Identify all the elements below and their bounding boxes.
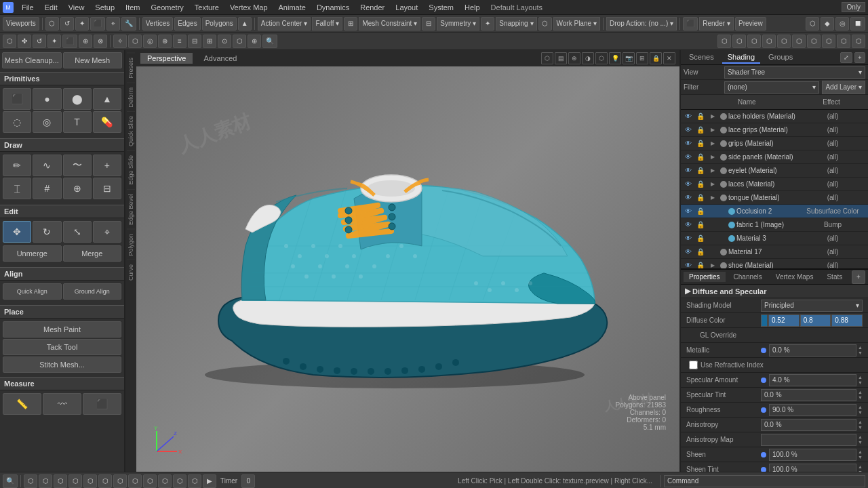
layer-item-2[interactable]: 👁🔒▶lace grips (Material)(all) [681,123,868,137]
work-plane-btn[interactable]: ⬡ [538,17,552,30]
prop-value-0[interactable]: 0.0 % [769,344,856,357]
lock-icon-4[interactable]: 🔒 [696,152,705,162]
prop-arrows-5[interactable]: ▲▼ [858,420,863,430]
symmetry-btn[interactable]: ⊟ [422,17,435,30]
ruler-tool[interactable]: 📏 [3,393,41,415]
prop-arrows-7[interactable]: ▲▼ [858,449,863,460]
tack-tool-btn[interactable]: Tack Tool [3,339,121,355]
sphere-tool[interactable]: ● [33,88,61,110]
arrow-icon-12[interactable]: ▶ [708,261,717,269]
eye-icon-10[interactable]: 👁 [684,234,693,243]
tb-extra-2[interactable]: ◆ [821,17,834,30]
edges-btn[interactable]: Edges [174,17,200,30]
filter-dropdown[interactable]: (none)▾ [724,81,819,94]
menu-animate[interactable]: Animate [273,2,311,13]
viewport-canvas[interactable]: 人人素材 人人素材 [136,66,679,472]
layer-item-11[interactable]: 👁🔒 Material 17(all) [681,245,868,259]
tb2-right-3[interactable]: ⬡ [747,35,761,48]
tb2-right-8[interactable]: ⬡ [822,35,835,48]
layer-item-5[interactable]: 👁🔒▶eyelet (Material)(all) [681,164,868,178]
layer-item-1[interactable]: 👁🔒▶lace holders (Material)(all) [681,110,868,123]
arrow-icon-3[interactable]: ▶ [708,139,717,148]
layer-item-8[interactable]: 👁🔒 Occlusion 2Subsurface Color [681,205,868,218]
vp-btn-wire[interactable]: ⬡ [595,52,608,64]
prop-value-7[interactable]: 100.0 % [769,449,856,461]
tab-scenes[interactable]: Scenes [684,52,719,64]
add-edge-tool[interactable]: + [93,155,121,176]
move-tool[interactable]: ✥ [3,221,31,243]
eye-icon-7[interactable]: 👁 [684,193,693,203]
place-header[interactable]: Place [0,305,124,319]
bridge-tool[interactable]: ⌶ [3,178,31,199]
viewports-dropdown[interactable]: Viewports [3,17,39,30]
vp-btn-3[interactable]: ⊕ [568,52,580,64]
tb2-7[interactable]: ⊗ [94,35,107,48]
menu-system[interactable]: System [423,2,459,13]
layer-item-4[interactable]: 👁🔒▶side panels (Material)(all) [681,150,868,164]
action-center-dropdown[interactable]: Action Center▾ [258,17,311,30]
menu-help[interactable]: Help [459,2,486,13]
mesh-paint-btn[interactable]: Mesh Paint [3,321,121,338]
tb-btn-5[interactable]: ⌖ [106,17,120,30]
lock-icon-7[interactable]: 🔒 [696,193,705,203]
tb-btn-1[interactable]: ⬡ [45,17,59,30]
arrow-icon-11[interactable] [708,247,717,257]
only-button[interactable]: Only [842,2,865,12]
menu-vertex-map[interactable]: Vertex Map [224,2,273,13]
bt-6[interactable]: ⬡ [83,474,97,488]
vp-btn-cam[interactable]: 📷 [623,52,635,64]
props-add-btn[interactable]: + [852,270,865,284]
primitives-header[interactable]: Primitives [0,72,124,85]
lock-icon-2[interactable]: 🔒 [696,125,705,135]
tb-extra-4[interactable]: 🔲 [850,17,865,30]
lock-icon-10[interactable]: 🔒 [696,234,705,243]
vp-btn-close[interactable]: ✕ [663,52,675,64]
vlt-curve[interactable]: Curve [127,260,135,285]
tb-btn-3[interactable]: ✦ [75,17,89,30]
bt-11[interactable]: ⬡ [158,474,172,488]
prop-value-2[interactable]: 4.0 % [769,374,856,386]
shading-model-value[interactable]: Principled▾ [761,300,863,312]
capsule-tool[interactable]: 💊 [93,111,121,133]
tb2-right-7[interactable]: ⬡ [807,35,821,48]
bt-13[interactable]: ⬡ [188,474,201,488]
rotate-tool[interactable]: ↻ [33,221,61,243]
bevel-tool[interactable]: ⊟ [93,178,121,199]
tb2-right-6[interactable]: ⬡ [792,35,806,48]
eye-icon-6[interactable]: 👁 [684,180,693,189]
diffuse-r[interactable]: 0.52 [768,314,800,327]
eye-icon-1[interactable]: 👁 [684,112,693,121]
diffuse-b[interactable]: 0.88 [831,314,863,327]
prop-arrows-6[interactable]: ▲▼ [858,434,863,445]
cube-measure-tool[interactable]: ⬛ [83,393,121,415]
bt-3[interactable]: ⬡ [39,474,52,488]
lock-icon-1[interactable]: 🔒 [696,112,705,121]
tb2-zoom-in[interactable]: 🔍 [262,35,277,48]
tb-extra-3[interactable]: ◎ [835,17,849,30]
tb2-9[interactable]: ⬡ [128,35,142,48]
diffuse-g[interactable]: 0.8 [800,314,831,327]
menu-dynamics[interactable]: Dynamics [311,2,355,13]
arrow-icon-2[interactable]: ▶ [708,125,717,135]
tb2-12[interactable]: ≡ [173,35,186,48]
arrow-icon-10[interactable] [708,234,717,243]
arrow-icon-7[interactable]: ▶ [708,193,717,203]
prop-arrows-8[interactable]: ▲▼ [858,464,863,472]
arrow-icon-5[interactable]: ▶ [708,166,717,176]
new-mesh-btn[interactable]: New Mesh [63,52,123,68]
layer-item-6[interactable]: 👁🔒▶laces (Material)(all) [681,178,868,191]
drop-action-dropdown[interactable]: Drop Action: (no ...)▾ [606,17,677,30]
eye-icon-11[interactable]: 👁 [684,247,693,257]
eye-icon-4[interactable]: 👁 [684,152,693,162]
unmerge-btn[interactable]: Unmerge [3,245,62,262]
bt-12[interactable]: ⬡ [173,474,186,488]
scale-tool[interactable]: ⤡ [63,221,92,243]
tb2-8[interactable]: ✧ [113,35,127,48]
shader-tree-dropdown[interactable]: Shader Tree▾ [724,66,865,79]
menu-render[interactable]: Render [355,2,390,13]
vlt-presets[interactable]: Presets [127,53,135,83]
transform-tool[interactable]: ⌖ [93,221,121,243]
bt-9[interactable]: ⬡ [128,474,142,488]
lock-icon-11[interactable]: 🔒 [696,247,705,257]
stitch-mesh-btn[interactable]: Stitch Mesh... [3,357,121,373]
